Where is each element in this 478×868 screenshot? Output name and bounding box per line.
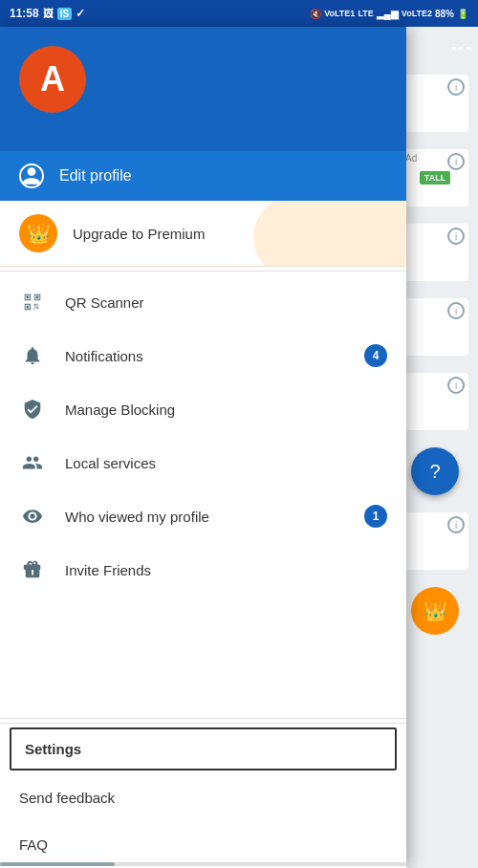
signal-lte: LTE [358, 9, 373, 18]
right-panel-item-3: i [402, 224, 468, 281]
crown-emoji: 👑 [27, 222, 51, 245]
menu-list: QR Scanner Notifications 4 Manage Blocki… [0, 275, 406, 714]
info-icon-3: i [447, 228, 465, 245]
menu-item-invite-friends[interactable]: Invite Friends [0, 543, 406, 597]
time: 11:58 [10, 7, 39, 20]
qr-scanner-icon [19, 289, 46, 315]
signal-lte1: VoLTE1 [324, 9, 355, 18]
notifications-label: Notifications [65, 348, 345, 364]
shield-icon [19, 396, 46, 423]
local-services-icon [19, 449, 46, 476]
gift-icon [19, 556, 46, 583]
invite-friends-label: Invite Friends [65, 562, 387, 578]
signal-bars: ▂▄▆ [377, 9, 399, 19]
who-viewed-label: Who viewed my profile [65, 509, 345, 525]
mute-icon: 🔇 [310, 9, 321, 19]
scroll-bar [0, 862, 406, 866]
fab-button[interactable]: ? [411, 447, 459, 495]
premium-badge[interactable]: 👑 [411, 587, 459, 635]
local-services-label: Local services [65, 455, 387, 471]
is-badge: IS [57, 8, 72, 20]
info-icon-5: i [447, 377, 465, 394]
right-panel-item-1: i [402, 75, 468, 132]
send-feedback-item[interactable]: Send feedback [0, 774, 406, 821]
menu-item-local-services[interactable]: Local services [0, 436, 406, 489]
install-button[interactable]: TALL [420, 171, 450, 184]
menu-item-notifications[interactable]: Notifications 4 [0, 329, 406, 382]
qr-scanner-label: QR Scanner [65, 294, 387, 311]
info-icon-1: i [447, 78, 465, 96]
divider-1 [0, 271, 406, 271]
info-icon-2: i [447, 153, 465, 170]
person-icon [19, 163, 44, 188]
notifications-badge: 4 [364, 344, 387, 367]
status-bar: 11:58 🖼 IS ✓ 🔇 VoLTE1 LTE ▂▄▆ VoLTE2 88%… [0, 0, 478, 27]
navigation-drawer: A Edit profile 👑 Upgrade to Premium QR S [0, 27, 406, 868]
eye-icon [19, 503, 46, 530]
right-panel-item-6: i [402, 512, 468, 570]
right-panel-item-2: Ad TALL i [402, 149, 468, 206]
ad-label: Ad [405, 153, 417, 163]
edit-profile-row[interactable]: Edit profile [0, 151, 406, 201]
signal-volte2: VoLTE2 [402, 9, 432, 18]
status-right: 🔇 VoLTE1 LTE ▂▄▆ VoLTE2 88% 🔋 [310, 9, 468, 19]
info-icon-6: i [447, 516, 465, 533]
crown-icon: 👑 [424, 599, 447, 622]
avatar[interactable]: A [19, 46, 86, 113]
battery-icon: 🔋 [457, 9, 468, 19]
right-panel-item-5: i [402, 373, 468, 430]
upgrade-premium-row[interactable]: 👑 Upgrade to Premium [0, 201, 406, 267]
edit-profile-label: Edit profile [59, 167, 132, 184]
menu-item-manage-blocking[interactable]: Manage Blocking [0, 382, 406, 436]
who-viewed-badge: 1 [364, 505, 387, 528]
settings-item[interactable]: Settings [10, 727, 397, 770]
status-left: 11:58 🖼 IS ✓ [10, 7, 85, 20]
question-mark-icon: ? [429, 461, 440, 483]
right-panel-item-4: i [402, 298, 468, 356]
overflow-menu-icon[interactable]: ⋮ [448, 38, 473, 59]
menu-item-qr-scanner[interactable]: QR Scanner [0, 275, 406, 329]
manage-blocking-label: Manage Blocking [65, 401, 387, 418]
crown-upgrade-icon: 👑 [19, 214, 57, 252]
check-icon: ✓ [76, 7, 85, 20]
upgrade-label: Upgrade to Premium [73, 226, 205, 242]
menu-item-who-viewed[interactable]: Who viewed my profile 1 [0, 489, 406, 543]
photo-icon: 🖼 [43, 8, 54, 19]
info-icon-4: i [447, 302, 465, 319]
faq-item[interactable]: FAQ [0, 821, 406, 868]
battery: 88% [435, 9, 454, 19]
divider-2 [0, 718, 406, 719]
drawer-header: A [0, 27, 406, 151]
bottom-menu: Settings Send feedback FAQ [0, 723, 406, 868]
upgrade-decoration [253, 201, 406, 267]
bell-icon [19, 342, 46, 369]
scroll-thumb [0, 862, 115, 866]
